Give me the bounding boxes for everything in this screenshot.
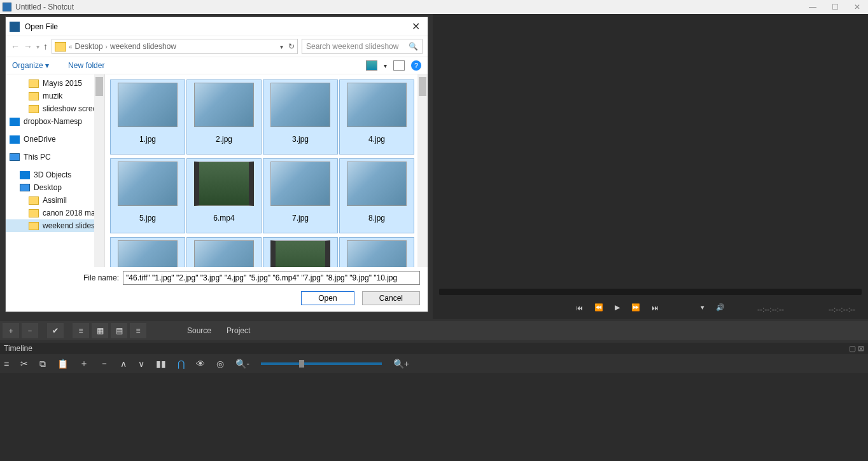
file-item-11[interactable] (339, 237, 414, 267)
file-item-7[interactable]: 8.jpg (339, 158, 414, 233)
file-item-1[interactable]: 2.jpg (186, 79, 262, 155)
rewind-icon[interactable]: ⏪ (594, 303, 603, 312)
address-bar[interactable]: « Desktop › weekend slideshow ▾ ↻ (52, 39, 298, 54)
remove-button[interactable]: － (22, 323, 38, 338)
file-thumb (347, 240, 407, 267)
file-item-5[interactable]: 6.mp4 (186, 158, 262, 233)
tree-node-7[interactable]: Desktop (6, 181, 104, 194)
help-icon[interactable]: ? (411, 60, 421, 71)
search-box[interactable]: 🔍 (302, 39, 423, 54)
detail-view-button[interactable]: ▤ (111, 323, 127, 338)
zoom-slider[interactable] (261, 362, 382, 365)
file-thumb (270, 83, 330, 127)
remove-icon[interactable]: － (100, 358, 109, 369)
minimize-icon[interactable]: — (809, 3, 816, 11)
scrub-icon[interactable]: 👁 (196, 359, 205, 369)
skip-prev-icon[interactable]: ⏮ (576, 304, 583, 312)
preview-pane-icon[interactable] (393, 60, 405, 71)
forward-icon[interactable]: ⏩ (631, 303, 640, 312)
maximize-icon[interactable]: ☐ (832, 3, 839, 11)
copy-icon[interactable]: ⧉ (39, 359, 46, 369)
chevron-down-icon[interactable]: ▾ (701, 303, 704, 312)
list-view-button[interactable]: ≡ (73, 323, 89, 338)
timeline-header-controls[interactable]: ▢ ⊠ (849, 344, 864, 353)
new-folder-button[interactable]: New folder (68, 61, 104, 70)
file-item-10[interactable] (263, 237, 338, 267)
file-name-label: 8.jpg (368, 214, 385, 223)
tree-node-6[interactable]: 3D Objects (6, 169, 104, 181)
lift-icon[interactable]: ∧ (120, 359, 127, 369)
split-icon[interactable]: ▮▮ (156, 359, 166, 369)
file-thumb (270, 240, 330, 267)
file-item-2[interactable]: 3.jpg (263, 79, 338, 155)
breadcrumb-seg-0[interactable]: Desktop (75, 42, 103, 51)
nav-back-icon[interactable]: ← (11, 41, 20, 52)
nav-forward-icon[interactable]: → (24, 41, 32, 52)
file-name-label: File name: (83, 273, 119, 282)
breadcrumb-seg-1[interactable]: weekend slideshow (110, 42, 176, 51)
files-scrollbar[interactable] (417, 74, 428, 267)
file-item-8[interactable] (110, 237, 185, 267)
tree-node-4[interactable]: OneDrive (6, 133, 104, 146)
search-icon[interactable]: 🔍 (409, 42, 418, 51)
organize-button[interactable]: Organize ▾ (12, 61, 49, 70)
file-name-label: 6.mp4 (213, 214, 234, 223)
zoom-out-icon[interactable]: 🔍- (235, 359, 249, 369)
check-button[interactable]: ✔ (47, 323, 64, 338)
file-thumb (118, 162, 178, 206)
search-input[interactable] (306, 42, 409, 51)
paste-icon[interactable]: 📋 (57, 359, 68, 369)
tree-node-0[interactable]: Mayıs 2015 (6, 77, 104, 90)
file-thumb (347, 83, 407, 127)
svc-icon (10, 135, 20, 144)
tree-node-label: Assimil (43, 196, 67, 205)
nav-up-icon[interactable]: ↑ (43, 41, 48, 52)
file-item-3[interactable]: 4.jpg (339, 79, 414, 155)
add-button[interactable]: ＋ (3, 323, 19, 338)
zoom-in-icon[interactable]: 🔍+ (393, 359, 409, 369)
view-mode-icon[interactable] (366, 60, 377, 71)
file-grid-area[interactable]: 1.jpg2.jpg3.jpg4.jpg5.jpg6.mp47.jpg8.jpg (105, 74, 428, 267)
snap-icon[interactable]: ⋂ (178, 359, 185, 369)
cut-icon[interactable]: ✂ (20, 359, 28, 369)
menu-icon[interactable]: ≡ (4, 359, 9, 369)
file-item-4[interactable]: 5.jpg (110, 158, 185, 233)
tree-node-2[interactable]: slideshow screen (6, 102, 104, 115)
timeline-body[interactable] (0, 373, 868, 461)
dialog-close-button[interactable]: ✕ (408, 20, 424, 32)
app-icon (3, 3, 11, 11)
address-dropdown-icon[interactable]: ▾ (280, 43, 283, 50)
nav-history-icon[interactable]: ▾ (36, 43, 39, 50)
append-icon[interactable]: ＋ (80, 358, 88, 369)
grid-view-button[interactable]: ▦ (92, 323, 108, 338)
tree-node-10[interactable]: weekend slides (6, 219, 104, 232)
play-icon[interactable]: ▶ (615, 303, 620, 312)
tab-source[interactable]: Source (187, 326, 211, 335)
refresh-icon[interactable]: ↻ (288, 42, 295, 51)
tree-node-1[interactable]: muzik (6, 90, 104, 102)
tree-scrollbar[interactable] (94, 74, 104, 267)
ripple-icon[interactable]: ◎ (216, 359, 224, 369)
file-item-6[interactable]: 7.jpg (263, 158, 338, 233)
mid-toolbar: ＋ － ✔ ≡ ▦ ▤ ≡ Source Project (0, 321, 868, 340)
file-name-input[interactable] (123, 271, 420, 285)
dialog-footer: File name: Open Cancel (6, 267, 428, 312)
cancel-button[interactable]: Cancel (362, 291, 420, 305)
volume-icon[interactable]: 🔊 (716, 303, 725, 312)
overwrite-icon[interactable]: ∨ (138, 359, 144, 369)
player-seekbar[interactable] (439, 289, 862, 295)
file-item-0[interactable]: 1.jpg (110, 79, 185, 155)
tree-node-8[interactable]: Assimil (6, 194, 104, 207)
menu-button[interactable]: ≡ (130, 323, 146, 338)
folder-tree[interactable]: Mayıs 2015muzikslideshow screendropbox-N… (6, 74, 105, 267)
tree-node-3[interactable]: dropbox-Namesp (6, 115, 104, 128)
tab-project[interactable]: Project (227, 326, 250, 335)
tree-node-5[interactable]: This PC (6, 151, 104, 163)
file-item-9[interactable] (186, 237, 262, 267)
open-button[interactable]: Open (301, 291, 354, 305)
close-icon[interactable]: ✕ (854, 3, 860, 11)
tree-node-9[interactable]: canon 2018 ma (6, 207, 104, 219)
mid-tabs: Source Project (187, 326, 250, 335)
view-mode-dropdown-icon[interactable]: ▾ (384, 62, 387, 69)
skip-next-icon[interactable]: ⏭ (652, 304, 659, 312)
